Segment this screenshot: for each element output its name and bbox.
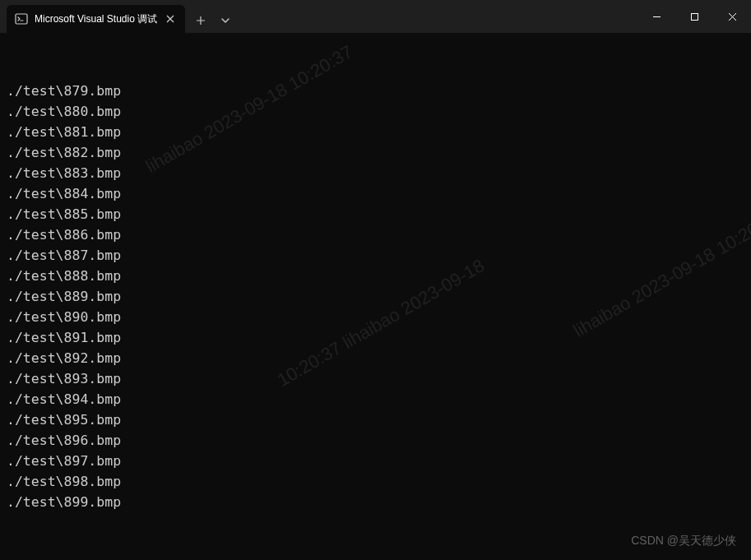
output-line: ./test\887.bmp [7, 245, 744, 266]
maximize-button[interactable] [675, 0, 713, 33]
output-line: ./test\893.bmp [7, 368, 744, 389]
minimize-button[interactable] [637, 0, 675, 33]
close-window-button[interactable] [713, 0, 751, 33]
output-line: ./test\882.bmp [7, 142, 744, 163]
output-line: ./test\892.bmp [7, 348, 744, 368]
output-line: ./test\894.bmp [7, 389, 744, 410]
tab-dropdown-button[interactable] [213, 8, 238, 33]
terminal-icon [15, 12, 28, 25]
output-line: ./test\888.bmp [7, 266, 744, 286]
attribution: CSDN @吴天德少侠 [631, 534, 736, 548]
active-tab[interactable]: Microsoft Visual Studio 调试 [7, 5, 185, 33]
output-line: ./test\897.bmp [7, 451, 744, 471]
output-line: ./test\889.bmp [7, 286, 744, 307]
window-controls [637, 0, 751, 33]
output-line: ./test\884.bmp [7, 183, 744, 204]
output-line: ./test\899.bmp [7, 492, 744, 512]
output-line: ./test\895.bmp [7, 410, 744, 430]
output-line: ./test\885.bmp [7, 204, 744, 224]
tab-area: Microsoft Visual Studio 调试 [0, 0, 637, 33]
svg-rect-3 [691, 13, 698, 20]
output-line: ./test\891.bmp [7, 327, 744, 348]
close-tab-button[interactable] [164, 12, 177, 25]
tab-title: Microsoft Visual Studio 调试 [35, 12, 157, 26]
svg-rect-0 [16, 14, 27, 24]
output-line: ./test\881.bmp [7, 122, 744, 142]
terminal-output[interactable]: ./test\879.bmp./test\880.bmp./test\881.b… [0, 33, 751, 560]
output-line: ./test\883.bmp [7, 163, 744, 183]
titlebar: Microsoft Visual Studio 调试 [0, 0, 751, 33]
output-line: ./test\886.bmp [7, 224, 744, 245]
output-line: ./test\898.bmp [7, 471, 744, 492]
new-tab-button[interactable] [188, 8, 213, 33]
output-line: ./test\880.bmp [7, 101, 744, 122]
output-line: ./test\896.bmp [7, 430, 744, 451]
output-line: ./test\879.bmp [7, 81, 744, 101]
output-line: ./test\890.bmp [7, 307, 744, 327]
